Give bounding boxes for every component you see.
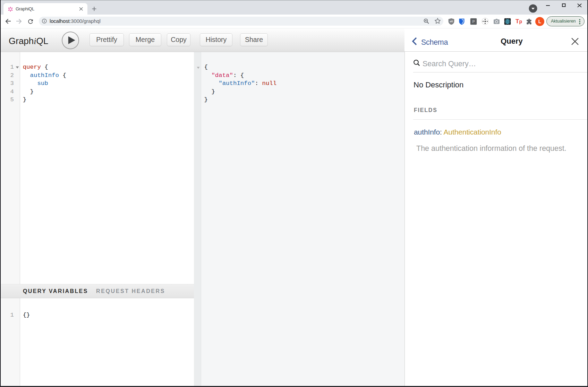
svg-text:uO: uO: [450, 20, 453, 23]
svg-text:P: P: [472, 19, 475, 24]
